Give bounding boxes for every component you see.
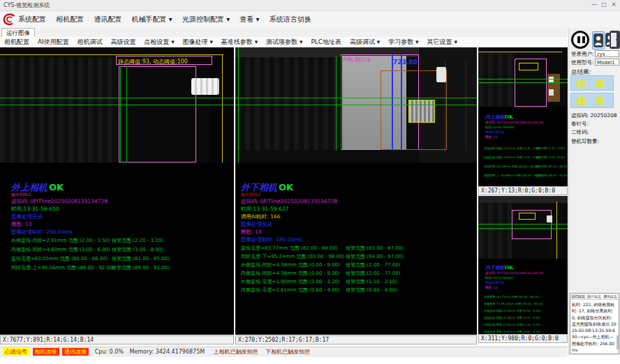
toolbar-item-test-params[interactable]: 测试项参数 ▾ <box>266 38 302 45</box>
mini-top-barcode: 虚拟码: 0FITline2025020813313472B <box>485 121 543 124</box>
machine-texture <box>0 57 117 162</box>
write-count-label: 整机写数量: <box>571 138 599 145</box>
connector-part <box>191 78 219 95</box>
model-value[interactable]: Model1 <box>595 59 619 66</box>
menu-item-language-switch[interactable]: 系统语言切换 <box>270 15 311 23</box>
log-tab-run[interactable]: 运行日志 <box>571 294 585 298</box>
toolbar-item-plc-address-table[interactable]: PLC地址表 <box>311 38 341 45</box>
toolbar-item-learning-params[interactable]: 学习参数 ▾ <box>388 38 418 45</box>
toolbar-item-advanced-debug[interactable]: 高级调试 ▾ <box>350 38 380 45</box>
machine-texture <box>478 203 512 259</box>
measure-row: 外侧直线-间隙=2.91mm 范围:(2.00 - 3.50) <box>484 146 540 150</box>
machine-edge-2 <box>466 61 466 152</box>
alarm-range: 报警范围:(2.20 - 3.20) <box>536 146 565 150</box>
machine-texture <box>478 53 515 107</box>
tab-run-image[interactable]: 运行图像 <box>1 28 35 37</box>
log-scrollbar[interactable] <box>617 335 619 349</box>
overlay-label-box <box>519 63 538 70</box>
menu-item-view[interactable]: 查看 ▾ <box>239 15 259 23</box>
middle-camera-image[interactable]: AI检测区域 723.80 <box>235 47 477 162</box>
pause-icon <box>582 36 585 43</box>
alarm-range: 报警范围:(0.60 - 4.00) <box>346 287 397 294</box>
menu-item-robot-config[interactable]: 机械手配置 ▾ <box>132 15 172 23</box>
toolbar-item-advanced-settings[interactable]: 高级设置 <box>110 38 135 45</box>
mini-bottom-barcode: 虚拟码: 0FITline2025020813313472B <box>485 271 543 275</box>
measure-row: 外侧直线-间隙=2.91mm 范围:(2.00 - 3.50) <box>11 237 110 244</box>
green-edge-line-3 <box>238 47 239 162</box>
workpiece-region <box>119 66 196 162</box>
machine-top-band <box>478 196 568 203</box>
menu-item-system-config[interactable]: 系统配置 <box>18 15 46 23</box>
measure-row: 内侧直线-宽度=2.61mm 范围:(0.60 - 4.00) <box>241 287 340 294</box>
heartbeat-badge: 心跳信号 <box>3 348 29 356</box>
machine-texture <box>235 57 340 150</box>
control-panel: 登录用户: cys 使用型号: Model1 总结果: 结 果 结 果 虚拟码:… <box>568 28 620 356</box>
overlay-label-box <box>519 213 536 220</box>
toolbar-item-other-settings[interactable]: 其它设置 ▾ <box>427 38 457 45</box>
mini-bottom-result-title: 内下相机OK <box>485 264 513 271</box>
camera-view-mini-top: 内上相机OK 虚拟码: 0FITline2025020813313472B 时间… <box>478 47 568 186</box>
measure-row: 间隙宽度-下=95.24mm 范围:(93.00 - 98.00) <box>241 253 344 260</box>
window-controls: —▢✕ <box>589 0 619 10</box>
exit-button[interactable] <box>610 31 620 49</box>
result-box-upper: 结 果 <box>570 75 614 91</box>
minimize-button[interactable]: — <box>589 0 599 10</box>
measure-row: 内侧直线-间隙=4.60mm 范围:(3.00 - 6.00) <box>484 156 540 159</box>
bright-spot <box>547 215 552 222</box>
menu-item-camera-config[interactable]: 相机配置 <box>56 15 84 23</box>
needle-number-label: 卷针号: <box>571 121 589 128</box>
green-measure-line-2 <box>478 82 568 83</box>
alarm-range: 报警范围:(1.10 - 2.10) <box>346 278 397 285</box>
login-user-value[interactable]: cys <box>595 50 619 57</box>
mini-bottom-result-ok: OK <box>505 264 513 271</box>
toolbar-item-camera-debug[interactable]: 相机调试 <box>78 38 103 45</box>
toolbar-item-camera-config[interactable]: 相机配置 <box>4 38 29 45</box>
middle-elapsed-text: 图像处理耗时: 180.00ms <box>241 236 302 243</box>
left-elapsed-text: 图像处理耗时: 256.00ms <box>11 229 72 236</box>
log-tab-comm[interactable]: 通讯日志 <box>603 294 617 298</box>
green-edge-line-2 <box>341 56 341 150</box>
toolbar-item-image-processing[interactable]: 图像处理 ▾ <box>183 38 213 45</box>
yellow-guide-line-h <box>478 52 562 52</box>
toolbar-item-spotcheck-settings[interactable]: 点检设置 ▾ <box>144 38 174 45</box>
login-user-label: 登录用户: <box>571 51 594 58</box>
bright-spot-2 <box>549 89 554 96</box>
green-measure-line-2 <box>478 228 568 229</box>
toolbar-item-baseline-params[interactable]: 基准线参数 ▾ <box>221 38 258 45</box>
log-tab-stats[interactable]: 统计日志 <box>587 294 601 298</box>
mini-bottom-done: 图像处理完成 <box>485 281 504 285</box>
pause-button[interactable] <box>571 31 589 49</box>
login-user-button[interactable] <box>592 31 605 50</box>
left-output-text: 输出到PLC <box>11 192 31 198</box>
maximize-button[interactable]: ▢ <box>599 0 609 10</box>
mini-top-done: 图像处理完成 <box>485 130 504 134</box>
mini-top-camera-image[interactable] <box>478 47 568 107</box>
measure-row: 间隙宽度-上=90.56mm 范围:(88.00 - 92.00) <box>11 264 115 271</box>
ai-roi-label: AI检测区域 <box>343 56 371 63</box>
green-measure-line-1 <box>235 98 477 98</box>
menu-item-light-config[interactable]: 光源控制配置 ▾ <box>182 15 230 23</box>
alarm-range: 报警范围:(94.00 - 97.00) <box>346 253 404 260</box>
measure-row: 直线宽度=83.05mm 范围:(80.00 - 86.00) <box>484 165 539 168</box>
alarm-range: 报警范围:(81.00 - 85.00) <box>536 165 568 168</box>
mini-bottom-statusbar: X:311;Y:980;R:0;G:0;B:0 <box>478 334 568 343</box>
menu-item-comm-config[interactable]: 通讯配置 <box>94 15 121 23</box>
mini-bottom-camera-image[interactable] <box>478 196 568 259</box>
alarm-range: 报警范围:(89.00 - 91.00) <box>112 264 170 271</box>
yellow-guide-line-v <box>222 54 223 162</box>
camera-view-mini-bottom: 内下相机OK 虚拟码: 0FITline2025020813313472B 时间… <box>478 196 568 334</box>
left-view-statusbar: X:7677;Y:891;R:14;G:14;B:14 <box>0 335 234 344</box>
toolbar-item-ai-config[interactable]: AI使用配置 <box>38 38 69 45</box>
middle-barcode-text: 虚拟码: 0FITline2025020813313472B <box>241 198 337 205</box>
title-bar: CYS-视觉检测系统 —▢✕ <box>0 0 620 11</box>
measure-row: 外侧直线-宽度=1.90mm 范围:(1.00 - 2.20) <box>484 323 540 326</box>
memory-usage-text: Memory: 3424.41796875M <box>129 349 205 355</box>
middle-ai-time-text: 调用AI耗时: 166 <box>241 213 281 220</box>
user-check-icon <box>593 33 603 47</box>
green-measure-line-2 <box>235 105 477 105</box>
close-button[interactable]: ✕ <box>609 0 619 10</box>
left-camera-image[interactable]: 静态阈值:93, 动态阈值:100 <box>0 47 234 162</box>
tab-strip: 运行图像 <box>0 28 568 38</box>
app-statusbar: 心跳信号 相机连接 通讯连接 Cpu: 0.0% Memory: 3424.41… <box>0 347 568 357</box>
green-edge-line-2 <box>126 66 127 162</box>
